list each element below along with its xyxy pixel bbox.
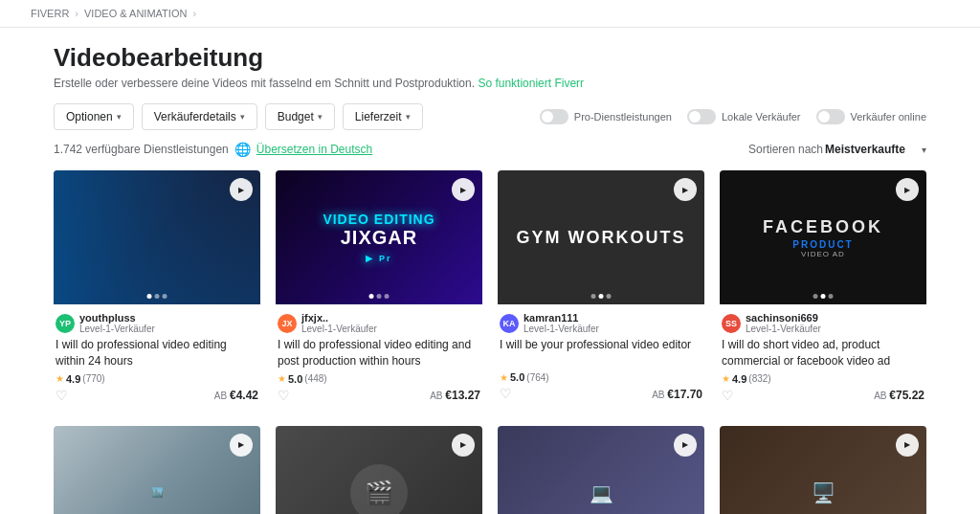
toggle-online-label: Verkäufer online	[851, 111, 927, 123]
toggle-local-sellers: Lokale Verkäufer	[687, 109, 801, 124]
sort-select[interactable]: Meistverkaufte	[825, 143, 920, 156]
seller-level: Level-1-Verkäufer	[301, 324, 377, 334]
card-8-thumb: 🖥️ ▶	[720, 426, 926, 514]
card-3-thumb: GYM WORKOUTS ▶	[498, 170, 704, 304]
card-4-thumb: FACEBOOK PRODUCT VIDEO AD ▶	[720, 170, 926, 304]
play-icon[interactable]: ▶	[896, 178, 919, 201]
page-subtitle: Erstelle oder verbessere deine Videos mi…	[54, 77, 926, 90]
card-stars: ★ 4.9 (832)	[722, 373, 924, 385]
card-desc: I will do short video ad, product commer…	[722, 337, 924, 369]
avatar: SS	[722, 314, 741, 333]
card-desc: I will do professional video editing wit…	[56, 337, 258, 369]
favorite-icon[interactable]: ♡	[56, 388, 68, 403]
card-1-info: YP youthpluss Level-1-Verkäufer I will d…	[54, 304, 260, 411]
play-icon[interactable]: ▶	[230, 434, 253, 457]
seller-name: sachinsoni669	[746, 312, 821, 324]
filter-budget[interactable]: Budget ▾	[265, 103, 335, 130]
play-icon[interactable]: ▶	[452, 178, 475, 201]
breadcrumb-fiverr[interactable]: FIVERR	[31, 8, 69, 19]
seller-name: kamran111	[523, 312, 599, 324]
toggle-pro-label: Pro-Dienstleistungen	[574, 111, 672, 123]
card-1-thumb: ▶	[54, 170, 260, 304]
toggle-online-switch[interactable]	[816, 109, 845, 124]
filter-options[interactable]: Optionen ▾	[54, 103, 134, 130]
sort-label: Sortieren nach	[748, 143, 823, 156]
avatar: YP	[56, 314, 75, 333]
card-3[interactable]: GYM WORKOUTS ▶ KA kamran111 Level-1-Verk…	[498, 170, 704, 411]
sort-wrapper: Sortieren nach Meistverkaufte	[748, 143, 926, 156]
card-8[interactable]: 🖥️ ▶ MF mark_foster Level-2-Verkäufer I …	[720, 426, 926, 514]
card-4[interactable]: FACEBOOK PRODUCT VIDEO AD ▶ SS sachinson…	[720, 170, 926, 411]
fiverr-link[interactable]: So funktioniert Fiverr	[478, 77, 584, 90]
card-stars: ★ 5.0 (764)	[500, 371, 702, 383]
seller-level: Level-1-Verkäufer	[79, 324, 155, 334]
filter-seller-details[interactable]: Verkäuferdetails ▾	[142, 103, 257, 130]
card-2[interactable]: VIDEO EDITINGJIXGAR▶ Pr ▶ JX jfxjx.. Lev…	[276, 170, 482, 411]
card-2-thumb: VIDEO EDITINGJIXGAR▶ Pr ▶	[276, 170, 482, 304]
card-6-thumb: 🎬 ▶	[276, 426, 482, 514]
toggle-pro-services: Pro-Dienstleistungen	[540, 109, 672, 124]
info-bar: 1.742 verfügbare Dienstleistungen 🌐 Über…	[54, 142, 926, 157]
chevron-down-icon: ▾	[406, 112, 411, 122]
translate-icon: 🌐	[234, 142, 251, 157]
seller-level: Level-1-Verkäufer	[523, 324, 599, 334]
seller-name: jfxjx..	[301, 312, 377, 324]
translate-link[interactable]: Übersetzen in Deutsch	[256, 143, 372, 156]
card-desc: I will do professional video editing and…	[278, 337, 480, 369]
card-stars: ★ 4.9 (770)	[56, 373, 258, 385]
card-6[interactable]: 🎬 ▶ GM gismoxan Top bewerteter Verkäufer…	[276, 426, 482, 514]
card-7-thumb: 💻 ▶	[498, 426, 704, 514]
chevron-down-icon: ▾	[240, 112, 245, 122]
card-5[interactable]: 🏙️ ▶ SC salehchandla Level-1-Verkäufer I…	[54, 426, 260, 514]
toggles-group: Pro-Dienstleistungen Lokale Verkäufer Ve…	[540, 109, 926, 124]
filter-bar: Optionen ▾ Verkäuferdetails ▾ Budget ▾ L…	[54, 103, 926, 130]
toggle-local-switch[interactable]	[687, 109, 716, 124]
chevron-down-icon: ▾	[318, 112, 323, 122]
breadcrumb-sep2: ›	[192, 8, 196, 19]
seller-name: youthpluss	[79, 312, 155, 324]
cards-grid: ▶ YP youthpluss Level-1-Verkäufer I will…	[54, 170, 926, 514]
play-icon[interactable]: ▶	[674, 434, 697, 457]
toggle-pro-switch[interactable]	[540, 109, 568, 124]
play-icon[interactable]: ▶	[896, 434, 919, 457]
seller-level: Level-1-Verkäufer	[746, 324, 821, 334]
card-3-info: KA kamran111 Level-1-Verkäufer I will be…	[498, 304, 704, 409]
info-bar-left: 1.742 verfügbare Dienstleistungen 🌐 Über…	[54, 142, 372, 157]
breadcrumb-sep1: ›	[75, 8, 78, 19]
card-2-info: JX jfxjx.. Level-1-Verkäufer I will do p…	[276, 304, 482, 411]
chevron-down-icon: ▾	[117, 112, 122, 122]
play-icon[interactable]: ▶	[230, 178, 253, 201]
play-icon[interactable]: ▶	[674, 178, 697, 201]
favorite-icon[interactable]: ♡	[722, 388, 734, 403]
card-desc: I will be your professional video editor	[500, 337, 702, 368]
page-title: Videobearbeitung	[54, 43, 926, 73]
top-bar: FIVERR › VIDEO & ANIMATION ›	[0, 0, 980, 28]
breadcrumb-video-animation[interactable]: VIDEO & ANIMATION	[84, 8, 187, 19]
card-stars: ★ 5.0 (448)	[278, 373, 480, 385]
card-1[interactable]: ▶ YP youthpluss Level-1-Verkäufer I will…	[54, 170, 260, 411]
main-content: Videobearbeitung Erstelle oder verbesser…	[31, 28, 949, 514]
card-4-info: SS sachinsoni669 Level-1-Verkäufer I wil…	[720, 304, 926, 411]
avatar: JX	[278, 314, 297, 333]
card-5-thumb: 🏙️ ▶	[54, 426, 260, 514]
favorite-icon[interactable]: ♡	[278, 388, 290, 403]
toggle-local-label: Lokale Verkäufer	[722, 111, 801, 123]
gym-text: GYM WORKOUTS	[517, 228, 686, 248]
card-7[interactable]: 💻 ▶ MA masalska Level-2-Verkäufer FIVERR…	[498, 426, 704, 514]
favorite-icon[interactable]: ♡	[500, 386, 512, 401]
filter-delivery[interactable]: Lieferzeit ▾	[343, 103, 423, 130]
thumb-text: VIDEO EDITINGJIXGAR▶ Pr	[323, 212, 434, 264]
results-count: 1.742 verfügbare Dienstleistungen	[54, 143, 229, 156]
toggle-online-sellers: Verkäufer online	[816, 109, 927, 124]
play-icon[interactable]: ▶	[452, 434, 475, 457]
avatar: KA	[500, 314, 519, 333]
